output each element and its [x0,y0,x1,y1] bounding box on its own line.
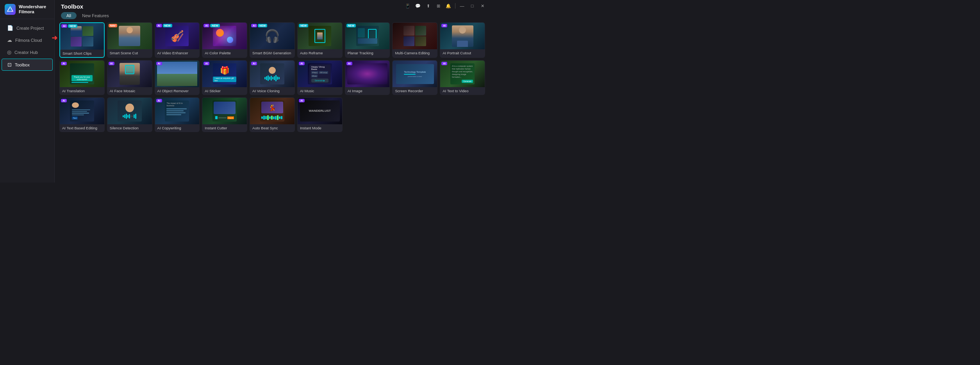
wanderlust-preview: WANDERLUST [300,100,340,122]
tool-card-ai-text-to-video[interactable]: AI AI is a computer system that replicat… [440,60,485,95]
sidebar-item-create-project[interactable]: 📄 Create Project [2,22,53,34]
beat-bar-accent [271,116,273,120]
tool-thumb-silence-detection [107,98,152,124]
tab-all[interactable]: All [61,12,77,19]
sticker-preview: 🎁 I want an exquisite gift box [213,63,236,84]
tool-label-ai-object-remover: AI Object Remover [155,87,200,95]
tool-card-auto-reframe[interactable]: NEW Auto Reframe [297,22,343,58]
text-video-preview: AI is a computer system that replicates … [450,63,475,84]
wf-bar [123,115,124,117]
tool-card-instant-mode[interactable]: AI WANDERLUST Instant Mode [297,97,343,132]
create-project-icon: 📄 [7,25,13,31]
subtitle-bar: Thank you for your subscription [71,75,93,81]
close-button[interactable]: ✕ [478,2,487,10]
speaker-avatar [125,104,134,112]
generate-label: Generate [462,80,473,83]
beat-bar [273,116,275,119]
beat-bar-accent [277,115,278,120]
filmora-cloud-icon: ☁ [7,37,12,43]
copy-line [166,108,186,109]
face-mosaic-preview [120,63,140,85]
tool-thumb-smart-short-clips: AI NEW [60,23,104,50]
badge-ai: AI [251,24,257,27]
copy-title: The impact of AI in business [166,102,187,107]
sidebar-item-toolbox[interactable]: ⊡ Toolbox [2,59,53,71]
tool-label-smart-scene-cut: Smart Scene Cut [107,49,152,57]
badge-container: AI [251,62,257,65]
text-highlight: Text [72,116,78,120]
tool-card-screen-recorder[interactable]: Technology Template presentation content… [392,60,437,95]
device-icon[interactable]: 📱 [403,2,412,10]
tool-thumb-ai-voice-cloning: AI [250,61,295,87]
tool-card-smart-short-clips[interactable]: AI NEW Smart Short Clips [59,22,105,58]
tool-thumb-ai-sticker: AI 🎁 I want an exquisite gift box [202,61,247,87]
grid-icon[interactable]: ⊞ [434,2,443,10]
copy-line [166,112,186,113]
copywriting-preview: The impact of AI in business [165,100,189,122]
tool-card-smart-scene-cut[interactable]: NAV Smart Scene Cut [107,22,152,58]
copy-line [166,110,183,111]
tool-thumb-ai-portrait-cutout: AI [440,23,485,49]
music-player: Happy Vinog Beats #Happy #3D songs #Beat… [309,64,330,84]
minimize-button[interactable]: — [458,2,466,10]
wf-bar [271,76,272,81]
beat-bar-accent [267,115,269,120]
badge-container: AI NEW [251,24,267,27]
tool-thumb-smart-bgm: AI NEW 🎧 [250,23,295,49]
tool-thumb-ai-translation: AI Thank you for your subscription [60,61,104,87]
tool-card-multi-camera[interactable]: Multi-Camera Editing [392,22,437,58]
beat-bar [265,116,267,119]
instant-cut-preview: Export [212,100,237,122]
tool-card-ai-portrait-cutout[interactable]: AI AI Portrait Cutout [440,22,485,58]
tool-card-ai-translation[interactable]: AI Thank you for your subscription AI Tr… [59,60,105,95]
sidebar-item-creator-hub[interactable]: ◎ Creator Hub [2,47,53,58]
tool-card-ai-text-based-editing[interactable]: AI Text AI Text Based Editing [59,97,105,132]
upload-icon[interactable]: ⬆ [424,2,432,10]
badge-ai: AI [156,99,162,102]
nebula-preview [347,63,387,84]
tool-card-ai-video-enhancer[interactable]: AI NEW 🎻 AI Video Enhancer [155,22,200,58]
tool-thumb-ai-music: AI Happy Vinog Beats #Happy #3D songs #B… [298,61,342,87]
person-mini [317,32,323,39]
tool-label-ai-copywriting: AI Copywriting [155,124,200,132]
tool-card-ai-sticker[interactable]: AI 🎁 I want an exquisite gift box AI Sti… [202,60,247,95]
tool-label-ai-text-based-editing: AI Text Based Editing [60,124,104,132]
head [127,27,133,33]
tool-card-smart-bgm[interactable]: AI NEW 🎧 Smart BGM Generation [250,22,295,58]
cam2 [415,26,426,36]
creator-hub-label: Creator Hub [14,50,38,55]
badge-new: NEW [258,24,267,27]
sidebar-item-filmora-cloud[interactable]: ☁ Filmora Cloud ➜ [2,34,53,46]
badge-ai: AI [156,24,162,27]
tool-card-ai-copywriting[interactable]: AI The impact of AI in business AI Copyw… [155,97,200,132]
tool-card-ai-voice-cloning[interactable]: AI [250,60,295,95]
tool-card-auto-beat-sync[interactable]: 💃 [250,97,295,132]
tool-card-ai-music[interactable]: AI Happy Vinog Beats #Happy #3D songs #B… [297,60,343,95]
tool-card-ai-color-palette[interactable]: AI NEW AI Color Palette [202,22,247,58]
chat-icon[interactable]: 💬 [414,2,422,10]
tool-card-ai-object-remover[interactable]: AI AI Object Remover [155,60,200,95]
tool-thumb-ai-text-based-editing: AI Text [60,98,104,124]
toolbox-label: Toolbox [15,63,30,67]
tool-card-ai-image[interactable]: AI AI Image [345,60,390,95]
badge-ai: AI [299,62,305,65]
generate-btn: Generate ▶ [311,79,328,82]
logo-icon [5,4,16,15]
tool-thumb-ai-video-enhancer: AI NEW 🎻 [155,23,200,49]
maximize-button[interactable]: □ [468,2,477,10]
tool-card-silence-detection[interactable]: Silence Detection [107,97,152,132]
tool-card-planar-tracking[interactable]: NEW Planar Tracking [345,22,390,58]
tab-new-features[interactable]: New Features [77,12,114,19]
preview-cell [71,37,82,47]
beat-bar [281,116,282,119]
reframe-preview [309,26,331,46]
wf-silent [130,115,132,117]
tool-label-auto-reframe: Auto Reframe [298,49,342,57]
tool-card-ai-face-mosaic[interactable]: AI AI Face Mosaic [107,60,152,95]
thumb-inner [107,98,152,124]
thumb-inner [393,23,437,49]
portrait-preview [452,25,473,47]
notification-icon[interactable]: 🔔 [444,2,453,10]
beat-bar [279,116,280,119]
tool-card-instant-cutter[interactable]: Export Instant Cutter [202,97,247,132]
